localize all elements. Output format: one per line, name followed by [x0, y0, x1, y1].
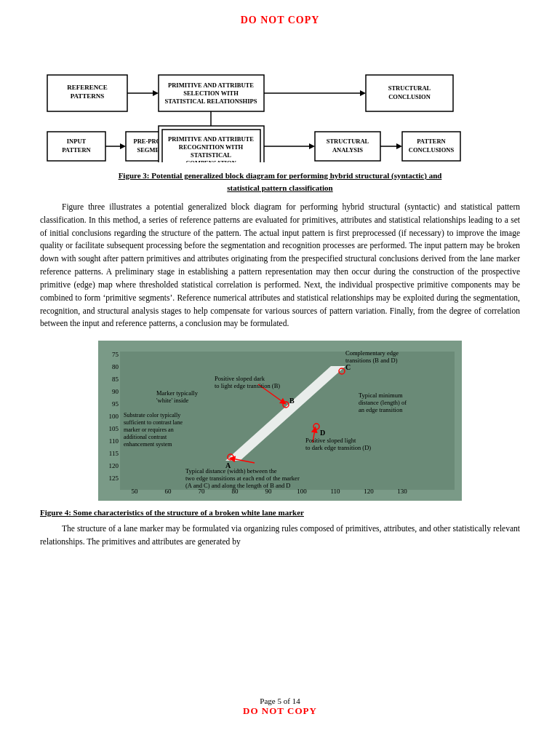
- svg-text:85: 85: [112, 376, 119, 383]
- svg-text:STATISTICAL: STATISTICAL: [191, 151, 231, 159]
- svg-text:Marker typically: Marker typically: [156, 389, 199, 397]
- svg-text:to light edge transition (B): to light edge transition (B): [215, 382, 280, 389]
- svg-text:CONCLUSIONS: CONCLUSIONS: [409, 146, 455, 154]
- svg-text:120: 120: [109, 462, 119, 469]
- svg-text:PATTERNS: PATTERNS: [71, 92, 105, 100]
- svg-text:ANALYSIS: ANALYSIS: [332, 146, 363, 154]
- svg-text:PATTERN: PATTERN: [62, 146, 91, 154]
- svg-text:Positive sloped dark: Positive sloped dark: [215, 375, 265, 382]
- svg-text:(A and C) and along the length: (A and C) and along the length of B and …: [185, 482, 290, 489]
- svg-marker-38: [396, 143, 402, 149]
- figure4-image: 75 80 85 90 95 100 105 110 115 120 125 5…: [98, 341, 462, 501]
- do-not-copy-top: DO NOT COPY: [40, 15, 520, 26]
- page-number: Page 5 of 14: [0, 697, 560, 705]
- svg-text:COMPENSATION: COMPENSATION: [185, 159, 237, 162]
- svg-text:two edge transitions at each e: two edge transitions at each end of the …: [185, 475, 300, 482]
- svg-text:80: 80: [112, 363, 119, 370]
- svg-text:STATISTICAL RELATIONSHIPS: STATISTICAL RELATIONSHIPS: [165, 98, 257, 105]
- flow-diagram: REFERENCE PATTERNS PRIMITIVE AND ATTRIBU…: [40, 35, 520, 162]
- svg-text:STRUCTURAL: STRUCTURAL: [388, 84, 431, 92]
- svg-text:Substrate color typically: Substrate color typically: [124, 412, 180, 418]
- svg-text:REFERENCE: REFERENCE: [67, 84, 108, 91]
- svg-text:Positive sloped light: Positive sloped light: [305, 437, 356, 444]
- svg-text:sufficient to contrast lane: sufficient to contrast lane: [124, 419, 183, 426]
- svg-text:RECOGNITION WITH: RECOGNITION WITH: [179, 143, 244, 151]
- svg-text:STRUCTURAL: STRUCTURAL: [327, 138, 369, 145]
- svg-text:additional contrast: additional contrast: [124, 434, 167, 440]
- svg-text:D: D: [320, 429, 325, 437]
- svg-text:INPUT: INPUT: [67, 138, 87, 145]
- svg-text:115: 115: [109, 450, 119, 457]
- svg-marker-10: [360, 90, 366, 96]
- svg-text:marker or requires an: marker or requires an: [124, 427, 174, 433]
- svg-text:B: B: [289, 397, 295, 405]
- svg-text:enhancement system: enhancement system: [124, 441, 172, 448]
- svg-text:50: 50: [132, 488, 139, 495]
- svg-text:110: 110: [330, 488, 340, 495]
- svg-text:PATTERN: PATTERN: [417, 138, 446, 145]
- svg-text:transitions (B and D): transitions (B and D): [345, 357, 398, 364]
- svg-text:75: 75: [112, 351, 119, 358]
- svg-text:105: 105: [109, 425, 119, 432]
- svg-text:90: 90: [112, 388, 119, 395]
- svg-text:Typical minimum: Typical minimum: [359, 392, 403, 399]
- figure4-caption: Figure 4: Some characteristics of the st…: [40, 508, 520, 517]
- figure3-caption: Figure 3: Potential generalized block di…: [40, 170, 520, 194]
- svg-text:PRIMITIVE AND ATTRIBUTE: PRIMITIVE AND ATTRIBUTE: [168, 82, 254, 89]
- figure4-body: The structure of a lane marker may be fo…: [40, 523, 520, 549]
- svg-text:PRIMITIVE AND ATTRIBUTE: PRIMITIVE AND ATTRIBUTE: [168, 135, 254, 143]
- svg-text:130: 130: [397, 488, 407, 495]
- do-not-copy-bottom: DO NOT COPY: [0, 705, 560, 717]
- svg-text:120: 120: [364, 488, 374, 495]
- svg-text:C: C: [345, 363, 351, 371]
- figure3-body: Figure three illustrates a potential gen…: [40, 201, 520, 330]
- svg-text:100: 100: [297, 488, 307, 495]
- svg-text:110: 110: [109, 437, 119, 445]
- svg-text:100: 100: [109, 413, 119, 420]
- svg-text:CONCLUSION: CONCLUSION: [388, 93, 431, 100]
- svg-text:to dark edge transition (D): to dark edge transition (D): [305, 444, 371, 451]
- svg-text:an edge transition: an edge transition: [359, 406, 403, 413]
- svg-marker-20: [120, 143, 126, 149]
- svg-text:Typical distance (width) betwe: Typical distance (width) between the: [185, 467, 277, 475]
- svg-text:125: 125: [109, 475, 119, 482]
- svg-text:SELECTION WITH: SELECTION WITH: [183, 90, 239, 97]
- figure3-caption-text: Figure 3: Potential generalized block di…: [119, 171, 442, 192]
- page: DO NOT COPY REFERENCE PATTERNS PRIMITIVE…: [0, 0, 560, 730]
- svg-text:60: 60: [165, 488, 172, 495]
- svg-marker-33: [309, 143, 315, 149]
- svg-text:95: 95: [112, 400, 119, 408]
- svg-text:Complementary edge: Complementary edge: [345, 349, 399, 357]
- page-footer: Page 5 of 14 DO NOT COPY: [0, 697, 560, 717]
- svg-text:'white' inside: 'white' inside: [156, 397, 189, 404]
- svg-marker-4: [153, 90, 159, 96]
- svg-text:distance (length) of: distance (length) of: [359, 399, 407, 406]
